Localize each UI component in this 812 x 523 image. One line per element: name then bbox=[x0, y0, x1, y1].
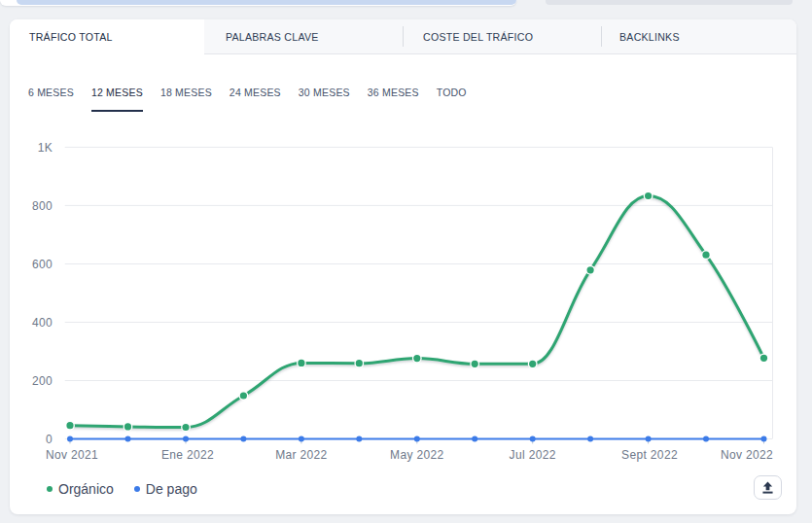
svg-text:0: 0 bbox=[46, 433, 53, 446]
svg-text:Sept 2022: Sept 2022 bbox=[621, 448, 678, 462]
svg-text:Ene 2022: Ene 2022 bbox=[161, 448, 214, 462]
svg-text:200: 200 bbox=[32, 374, 53, 388]
svg-text:600: 600 bbox=[32, 258, 53, 271]
svg-text:800: 800 bbox=[32, 199, 53, 213]
svg-text:1K: 1K bbox=[38, 141, 53, 155]
svg-text:May 2022: May 2022 bbox=[390, 448, 444, 462]
svg-text:Mar 2022: Mar 2022 bbox=[275, 448, 328, 462]
svg-text:400: 400 bbox=[32, 316, 53, 330]
svg-text:Nov 2021: Nov 2021 bbox=[46, 448, 98, 462]
svg-text:Jul 2022: Jul 2022 bbox=[510, 448, 556, 462]
svg-text:Nov 2022: Nov 2022 bbox=[721, 448, 773, 462]
